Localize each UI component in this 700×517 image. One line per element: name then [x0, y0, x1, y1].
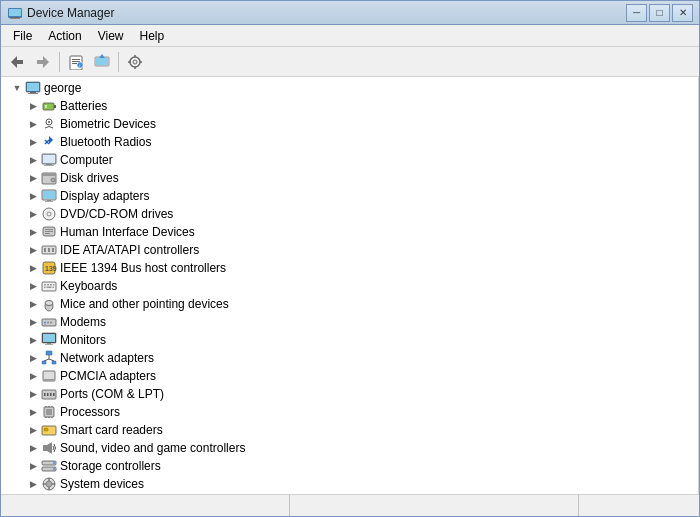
expand-smartcard[interactable]: ▶	[25, 422, 41, 438]
expand-ide[interactable]: ▶	[25, 242, 41, 258]
expand-storage[interactable]: ▶	[25, 458, 41, 474]
svg-point-102	[53, 462, 55, 464]
tree-item-modems[interactable]: ▶ Modems	[1, 313, 698, 331]
expand-hid[interactable]: ▶	[25, 224, 41, 240]
svg-point-15	[130, 57, 140, 67]
expand-processors[interactable]: ▶	[25, 404, 41, 420]
tree-item-batteries[interactable]: ▶ Batteries	[1, 97, 698, 115]
expand-batteries[interactable]: ▶	[25, 98, 41, 114]
hid-label: Human Interface Devices	[60, 225, 195, 239]
expand-display[interactable]: ▶	[25, 188, 41, 204]
modems-label: Modems	[60, 315, 106, 329]
expand-bluetooth[interactable]: ▶	[25, 134, 41, 150]
expand-pcmcia[interactable]: ▶	[25, 368, 41, 384]
menu-view[interactable]: View	[90, 27, 132, 45]
device-tree[interactable]: ▼ george ▶	[1, 77, 699, 494]
tree-item-ports[interactable]: ▶ Ports (COM & LPT)	[1, 385, 698, 403]
expand-computer[interactable]: ▶	[25, 152, 41, 168]
mice-label: Mice and other pointing devices	[60, 297, 229, 311]
tree-item-dvd[interactable]: ▶ DVD/CD-ROM drives	[1, 205, 698, 223]
tree-item-display[interactable]: ▶ Display adapters	[1, 187, 698, 205]
expand-monitors[interactable]: ▶	[25, 332, 41, 348]
svg-point-16	[133, 60, 137, 64]
tree-item-processors[interactable]: ▶ Processors	[1, 403, 698, 421]
svg-rect-8	[72, 61, 80, 62]
disk-label: Disk drives	[60, 171, 119, 185]
tree-item-system[interactable]: ▶ System devices	[1, 475, 698, 493]
svg-rect-57	[44, 284, 46, 286]
expand-dvd[interactable]: ▶	[25, 206, 41, 222]
expand-modems[interactable]: ▶	[25, 314, 41, 330]
tree-item-smartcard[interactable]: ▶ Smart card readers	[1, 421, 698, 439]
expand-george[interactable]: ▼	[9, 80, 25, 96]
expand-biometric[interactable]: ▶	[25, 116, 41, 132]
ieee-label: IEEE 1394 Bus host controllers	[60, 261, 226, 275]
tree-item-sound[interactable]: ▶ Sound, video and game controllers	[1, 439, 698, 457]
expand-ports[interactable]: ▶	[25, 386, 41, 402]
hid-icon	[41, 224, 57, 240]
computer-label: Computer	[60, 153, 113, 167]
properties-button[interactable]: i	[64, 50, 88, 74]
status-pane-tertiary	[579, 495, 699, 516]
tree-item-ieee[interactable]: ▶ 1394 IEEE 1394 Bus host controllers	[1, 259, 698, 277]
computer-item-icon	[41, 152, 57, 168]
svg-rect-40	[43, 191, 55, 199]
svg-point-29	[48, 121, 50, 123]
tree-item-pcmcia[interactable]: ▶ PCMCIA adapters	[1, 367, 698, 385]
dvd-icon	[41, 206, 57, 222]
sound-label: Sound, video and game controllers	[60, 441, 245, 455]
forward-button[interactable]	[31, 50, 55, 74]
smartcard-icon	[41, 422, 57, 438]
svg-rect-25	[43, 103, 54, 110]
svg-rect-77	[42, 361, 46, 364]
svg-rect-61	[44, 287, 46, 289]
toolbar: i	[1, 47, 699, 77]
menu-file[interactable]: File	[5, 27, 40, 45]
svg-rect-53	[52, 248, 54, 252]
svg-marker-4	[11, 56, 23, 68]
maximize-button[interactable]: □	[649, 4, 670, 22]
main-content: ▼ george ▶	[1, 77, 699, 494]
tree-item-keyboards[interactable]: ▶ Keyboards	[1, 277, 698, 295]
tree-item-bluetooth[interactable]: ▶ Bluetooth Radios	[1, 133, 698, 151]
svg-rect-33	[43, 155, 55, 163]
svg-rect-7	[72, 59, 80, 60]
update-driver-button[interactable]	[90, 50, 114, 74]
svg-rect-90	[46, 409, 52, 415]
expand-network[interactable]: ▶	[25, 350, 41, 366]
tree-item-network[interactable]: ▶ Network adapters	[1, 349, 698, 367]
expand-keyboards[interactable]: ▶	[25, 278, 41, 294]
monitor-icon	[41, 332, 57, 348]
title-bar: Device Manager ─ □ ✕	[1, 1, 699, 25]
expand-mice[interactable]: ▶	[25, 296, 41, 312]
tree-item-storage[interactable]: ▶ Storage controllers	[1, 457, 698, 475]
ide-icon	[41, 242, 57, 258]
svg-rect-42	[45, 201, 53, 202]
svg-point-70	[50, 322, 52, 324]
tree-item-mice[interactable]: ▶ Mice and other pointing devices	[1, 295, 698, 313]
tree-item-monitors[interactable]: ▶ Monitors	[1, 331, 698, 349]
svg-rect-47	[45, 229, 53, 230]
svg-rect-13	[96, 58, 108, 65]
svg-point-10	[77, 62, 83, 68]
tree-item-hid[interactable]: ▶ Human Interface Devices	[1, 223, 698, 241]
tree-item-biometric[interactable]: ▶ Biometric Devices	[1, 115, 698, 133]
processor-icon	[41, 404, 57, 420]
tree-item-disk[interactable]: ▶ Disk drives	[1, 169, 698, 187]
expand-system[interactable]: ▶	[25, 476, 41, 492]
keyboards-label: Keyboards	[60, 279, 117, 293]
expand-ieee[interactable]: ▶	[25, 260, 41, 276]
batteries-icon	[41, 98, 57, 114]
close-button[interactable]: ✕	[672, 4, 693, 22]
menu-action[interactable]: Action	[40, 27, 89, 45]
back-button[interactable]	[5, 50, 29, 74]
menu-help[interactable]: Help	[132, 27, 173, 45]
tree-item-computer[interactable]: ▶ Computer	[1, 151, 698, 169]
expand-sound[interactable]: ▶	[25, 440, 41, 456]
svg-rect-58	[47, 284, 49, 286]
tree-item-ide[interactable]: ▶ IDE ATA/ATAPI controllers	[1, 241, 698, 259]
tree-root-george[interactable]: ▼ george	[1, 79, 698, 97]
expand-disk[interactable]: ▶	[25, 170, 41, 186]
minimize-button[interactable]: ─	[626, 4, 647, 22]
scan-button[interactable]	[123, 50, 147, 74]
